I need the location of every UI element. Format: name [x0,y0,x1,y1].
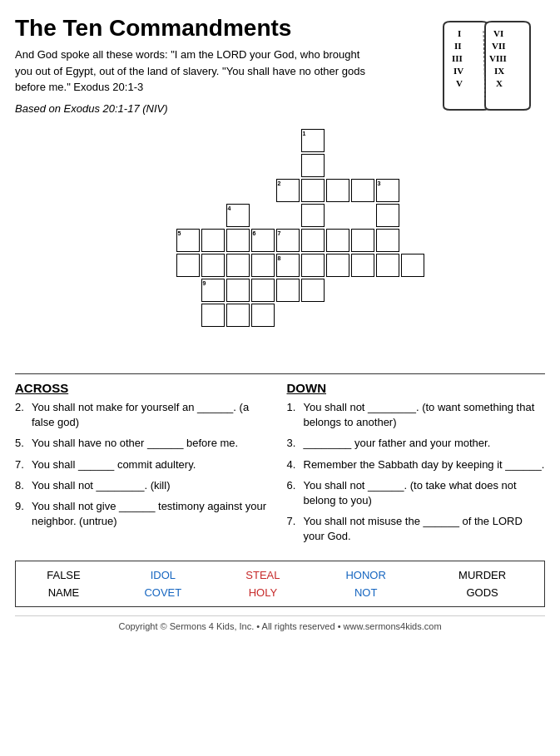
across-clues: ACROSS 2. You shall not make for yoursel… [15,381,274,551]
svg-text:I: I [458,28,461,38]
cell-5-c0: 5 [176,229,200,252]
cell-7s-c1 [301,229,325,252]
crossword-section: 1 2 3 4 5 7 6 8 [15,129,545,362]
header-area: The Ten Commandments And God spoke all t… [15,15,545,121]
cell-5a-r5b [201,254,225,277]
divider-top [15,373,545,374]
down-clues: DOWN 1. You shall not ________. (to want… [287,381,546,551]
svg-text:V: V [456,78,463,88]
header-left: The Ten Commandments And God spoke all t… [15,15,373,115]
svg-text:IX: IX [494,66,504,76]
clue-text-across-8: You shall not ________. (kill) [32,478,274,493]
clue-num-across-9: 9. [15,499,28,529]
clue-text-across-7: You shall ______ commit adultery. [32,457,274,472]
word-bank-row-2: NAME COVET HOLY NOT GODS [16,584,544,601]
clue-text-across-9: You shall not give ______ testimony agai… [32,499,274,529]
clue-num-down-1: 1. [287,400,300,430]
cell-7s-c0: 7 [276,229,300,252]
clue-num-down-4: 4. [287,457,300,472]
word-honor: HONOR [311,566,420,584]
clue-text-down-3: ________ your father and your mother. [304,436,546,451]
cell-2-c2 [326,179,349,202]
word-name: NAME [16,584,112,601]
clue-text-down-1: You shall not ________. (to want somethi… [304,400,546,430]
cell-2-c1 [301,179,325,202]
cell-5-c1 [201,229,225,252]
copyright-text: Copyright © Sermons 4 Kids, Inc. • All r… [15,615,545,631]
svg-text:VII: VII [492,41,506,51]
svg-text:VIII: VIII [489,53,507,63]
svg-text:II: II [454,41,462,51]
cell-2-c0: 2 [276,179,300,202]
tablets-image: I II III IV V VI VII VIII IX X [437,18,545,121]
clue-across-2: 2. You shall not make for yourself an __… [15,400,274,430]
clue-across-8: 8. You shall not ________. (kill) [15,478,274,493]
cell-7s-c4 [376,229,399,252]
clue-across-9: 9. You shall not give ______ testimony a… [15,499,274,529]
crossword-grid: 1 2 3 4 5 7 6 8 [126,129,434,362]
cell-9-c3 [276,279,300,302]
cell-5-c2 [226,229,250,252]
word-false: FALSE [16,566,112,584]
clue-text-down-4: Remember the Sabbath day by keeping it _… [304,457,546,472]
cell-ex-2 [226,304,250,327]
clue-num-across-8: 8. [15,478,28,493]
cell-1-r1 [301,154,325,177]
clue-num-down-6: 6. [287,478,300,508]
clue-across-7: 7. You shall ______ commit adultery. [15,457,274,472]
svg-text:III: III [452,53,463,63]
cell-ex-1 [201,304,225,327]
clue-num-down-7: 7. [287,514,300,544]
clue-down-4: 4. Remember the Sabbath day by keeping i… [287,457,546,472]
word-bank-row-1: FALSE IDOL STEAL HONOR MURDER [16,566,544,584]
word-holy: HOLY [215,584,311,601]
cell-9-c0: 9 [201,279,225,302]
svg-text:VI: VI [493,28,503,38]
clue-text-down-6: You shall not ______. (to take what does… [304,478,546,508]
cell-2-c3 [351,179,374,202]
cell-1-r3 [301,204,325,227]
cell-8-c4 [376,254,399,277]
clue-down-1: 1. You shall not ________. (to want some… [287,400,546,430]
based-on-text: Based on Exodus 20:1-17 (NIV) [15,102,373,115]
cell-7s-c3 [351,229,374,252]
word-bank: FALSE IDOL STEAL HONOR MURDER NAME COVET… [15,561,545,607]
cell-1-r5 [301,254,325,277]
cell-6-r1 [251,254,275,277]
page-title: The Ten Commandments [15,15,373,42]
cell-1-r0: 1 [301,129,325,152]
clue-num-down-3: 3. [287,436,300,451]
word-covet: COVET [112,584,215,601]
cell-5a-r5 [176,254,200,277]
word-bank-table: FALSE IDOL STEAL HONOR MURDER NAME COVET… [16,566,544,601]
svg-text:IV: IV [453,66,463,76]
word-not: NOT [311,584,420,601]
clue-across-5: 5. You shall have no other ______ before… [15,436,274,451]
cell-4-r0: 4 [226,204,250,227]
cell-6-r0: 6 [251,229,275,252]
cell-3-r0: 3 [376,179,399,202]
clues-section: ACROSS 2. You shall not make for yoursel… [15,381,545,551]
clue-down-6: 6. You shall not ______. (to take what d… [287,478,546,508]
cell-9-c4 [301,279,325,302]
intro-text: And God spoke all these words: "I am the… [15,47,373,96]
word-gods: GODS [420,584,544,601]
cell-3-r1 [376,204,399,227]
word-idol: IDOL [112,566,215,584]
cell-8-c3 [351,254,374,277]
clue-num-across-2: 2. [15,400,28,430]
clue-num-across-7: 7. [15,457,28,472]
cell-8-c5 [401,254,424,277]
word-steal: STEAL [215,566,311,584]
clue-down-7: 7. You shall not misuse the ______ of th… [287,514,546,544]
cell-9-c1 [226,279,250,302]
cell-8-c2 [326,254,349,277]
clue-text-down-7: You shall not misuse the ______ of the L… [304,514,546,544]
clue-text-across-2: You shall not make for yourself an _____… [32,400,274,430]
word-murder: MURDER [420,566,544,584]
cell-6-r3 [251,279,275,302]
clue-text-across-5: You shall have no other ______ before me… [32,436,274,451]
svg-text:X: X [496,78,503,88]
clue-down-3: 3. ________ your father and your mother. [287,436,546,451]
cell-7s-c2 [326,229,349,252]
